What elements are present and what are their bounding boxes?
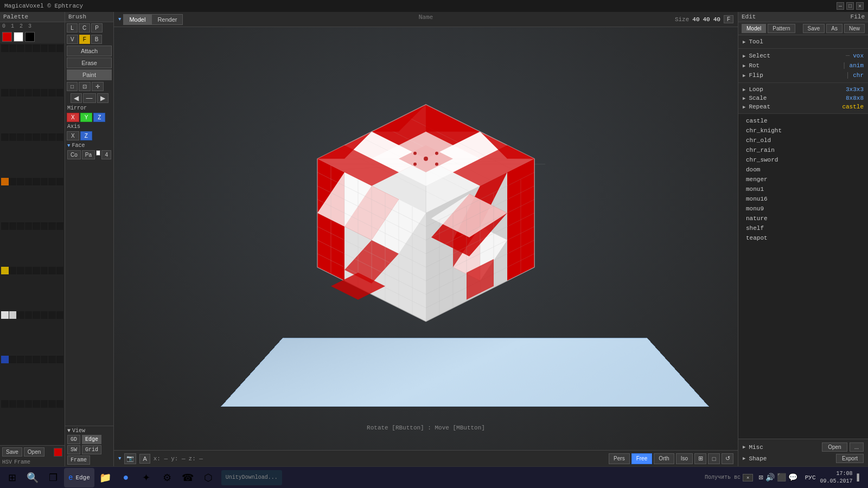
palette-cell[interactable] (33, 356, 40, 363)
mirror-x-btn[interactable]: X (67, 113, 79, 122)
color-red[interactable] (2, 32, 12, 42)
show-desktop-btn[interactable]: ▌ (857, 473, 861, 482)
palette-cell[interactable] (48, 311, 56, 319)
app2-btn[interactable]: ⚙ (157, 468, 177, 487)
mode-c-btn[interactable]: C (79, 23, 90, 33)
palette-cell[interactable] (25, 267, 33, 274)
palette-cell[interactable] (56, 133, 64, 141)
palette-cell[interactable] (25, 222, 33, 230)
palette-cell[interactable] (41, 89, 48, 97)
palette-cell[interactable] (33, 89, 40, 97)
palette-cell[interactable] (17, 400, 24, 408)
palette-cell[interactable] (9, 89, 17, 97)
palette-cell[interactable] (1, 222, 9, 230)
shape-resize-btn[interactable]: ⊡ (79, 82, 91, 91)
face-co-btn[interactable]: Co (67, 150, 81, 159)
maximize-btn[interactable]: □ (846, 2, 854, 10)
open-btn[interactable]: Open (822, 442, 847, 452)
palette-cell[interactable] (56, 400, 64, 408)
mode-p-btn[interactable]: P (91, 23, 103, 33)
erase-btn[interactable]: Erase (67, 57, 112, 68)
minimize-btn[interactable]: — (837, 2, 844, 10)
name-input[interactable] (393, 14, 458, 21)
view-free-btn[interactable]: Free (631, 453, 653, 464)
palette-cell[interactable] (41, 400, 48, 408)
face-color-swatch[interactable] (96, 150, 100, 156)
app3-btn[interactable]: ☎ (178, 468, 197, 487)
view-gd[interactable]: GD (67, 435, 80, 444)
a-btn[interactable]: A (139, 454, 150, 464)
face-num-btn[interactable]: 4 (101, 150, 111, 159)
palette-cell[interactable] (9, 222, 17, 230)
palette-cell[interactable] (56, 222, 64, 230)
palette-cell[interactable] (9, 400, 17, 408)
close-btn[interactable]: ✕ (856, 2, 864, 10)
view-frame[interactable]: Frame (67, 455, 90, 465)
palette-cell[interactable] (48, 89, 56, 97)
color-white[interactable] (14, 32, 23, 42)
palette-cell[interactable] (33, 400, 40, 408)
palette-cell-yellow[interactable] (1, 267, 9, 274)
mode-b-btn[interactable]: B (91, 35, 103, 44)
tab-model[interactable]: Model (123, 14, 151, 25)
grid-icon-btn[interactable]: ⊞ (694, 453, 706, 464)
window-controls[interactable]: — □ ✕ (837, 2, 864, 10)
right-tab-model[interactable]: Model (742, 24, 766, 33)
palette-cell[interactable] (9, 44, 17, 52)
mirror-y-btn[interactable]: Y (80, 113, 93, 122)
palette-cell-blue[interactable] (1, 356, 9, 363)
files-btn[interactable]: 📁 (95, 468, 115, 487)
palette-cell[interactable] (41, 133, 48, 141)
palette-cell[interactable] (17, 222, 24, 230)
palette-cell[interactable] (33, 222, 40, 230)
vox-item-doom[interactable]: doom (743, 165, 864, 175)
palette-cell[interactable] (25, 44, 33, 52)
palette-cell[interactable] (25, 311, 33, 319)
palette-cell[interactable] (9, 311, 17, 319)
app4-btn[interactable]: ⬡ (199, 468, 218, 487)
shape-move-btn[interactable]: ✛ (92, 82, 104, 91)
view-iso-btn[interactable]: Iso (676, 453, 693, 464)
palette-cell[interactable] (25, 178, 33, 185)
vox-item-chr-rain[interactable]: chr_rain (743, 145, 864, 155)
notification-icon[interactable]: 💬 (788, 473, 797, 482)
viewport-canvas[interactable]: Rotate [RButton] : Move [MButton] (114, 27, 738, 450)
palette-cell[interactable] (9, 133, 17, 141)
taskview-btn[interactable]: ❐ (43, 468, 63, 487)
vox-item-shelf[interactable]: shelf (743, 223, 864, 233)
size-f-btn[interactable]: F (724, 15, 733, 23)
undo-icon-btn[interactable]: ↺ (722, 453, 733, 464)
palette-cell[interactable] (33, 311, 40, 319)
vox-item-castle[interactable]: castle (743, 116, 864, 126)
axis-z-btn[interactable]: Z (80, 131, 92, 140)
palette-cell[interactable] (25, 89, 33, 97)
palette-cell[interactable] (1, 133, 9, 141)
nav-right-btn[interactable]: ▶ (97, 93, 108, 103)
palette-cell[interactable] (1, 311, 9, 319)
palette-cell[interactable] (1, 44, 9, 52)
nav-left-btn[interactable]: ◀ (71, 93, 82, 103)
palette-cell[interactable] (56, 89, 64, 97)
tray-action-btn[interactable]: × (743, 474, 753, 481)
vox-item-monu1[interactable]: monu1 (743, 184, 864, 194)
palette-cell[interactable] (17, 311, 24, 319)
as-file-btn[interactable]: As (826, 24, 843, 33)
taskbar-edge[interactable]: e Edge (64, 468, 94, 487)
view-orth-btn[interactable]: Orth (654, 453, 674, 464)
palette-cell[interactable] (33, 178, 40, 185)
view-pers-btn[interactable]: Pers (609, 453, 630, 464)
vox-item-monu9[interactable]: monu9 (743, 204, 864, 214)
vox-item-teapot[interactable]: teapot (743, 233, 864, 243)
palette-cell[interactable] (9, 356, 17, 363)
vox-item-chr-sword[interactable]: chr_sword (743, 155, 864, 165)
palette-cell[interactable] (17, 89, 24, 97)
palette-cell[interactable] (9, 178, 17, 185)
vox-item-monu16[interactable]: monu16 (743, 194, 864, 204)
palette-cell[interactable] (41, 222, 48, 230)
palette-cell[interactable] (25, 133, 33, 141)
palette-cell[interactable] (33, 267, 40, 274)
axis-x-btn[interactable]: X (67, 131, 79, 140)
palette-cell[interactable] (48, 400, 56, 408)
face-pa-btn[interactable]: Pa (82, 150, 95, 159)
palette-cell[interactable] (48, 356, 56, 363)
